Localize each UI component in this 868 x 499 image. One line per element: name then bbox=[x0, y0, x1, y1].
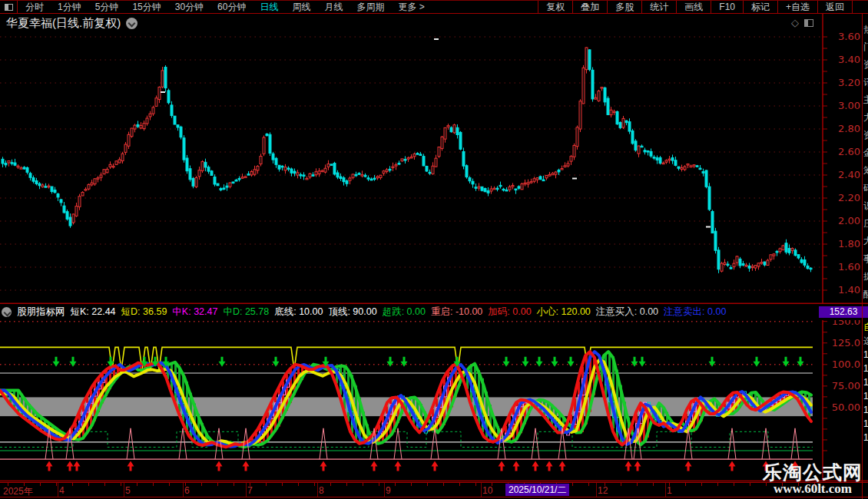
indicator-values: 短K: 22.44短D: 36.59中K: 32.47中D: 25.78底线: … bbox=[71, 306, 727, 319]
chart-corner-icons: ◇ bbox=[791, 17, 813, 28]
split-panel-icon[interactable] bbox=[804, 19, 813, 27]
sidebar-char: 事 bbox=[863, 253, 868, 266]
sidebar-char: 提 bbox=[863, 270, 868, 283]
grid-lines: 3.603.403.203.002.802.602.402.202.001.80… bbox=[0, 31, 860, 296]
indicator-header: 股朋指标网 短K: 22.44短D: 36.59中K: 32.47中D: 25.… bbox=[0, 304, 816, 320]
svg-text:2.20: 2.20 bbox=[838, 192, 860, 203]
svg-text:100.0: 100.0 bbox=[832, 359, 860, 370]
sidebar-number: 1 bbox=[863, 349, 868, 360]
sidebar-char: 选 bbox=[863, 335, 868, 348]
tab-60分钟[interactable]: 60分钟 bbox=[210, 1, 253, 14]
tab-15分钟[interactable]: 15分钟 bbox=[125, 1, 167, 14]
svg-text:2.80: 2.80 bbox=[838, 123, 860, 134]
svg-text:75.00: 75.00 bbox=[832, 380, 860, 392]
svg-text:1.40: 1.40 bbox=[838, 284, 860, 296]
svg-text:2.60: 2.60 bbox=[838, 146, 860, 157]
sidebar-char: 主 bbox=[863, 94, 868, 107]
sidebar-char: 门 bbox=[863, 41, 868, 54]
date-label: 8 bbox=[319, 485, 324, 496]
toolbar-button-F10[interactable]: F10 bbox=[711, 1, 743, 14]
sidebar-char: 庄 bbox=[863, 217, 868, 230]
toolbar-button-多股[interactable]: 多股 bbox=[607, 1, 641, 14]
tab-月线[interactable]: 月线 bbox=[317, 1, 350, 14]
sidebar-char: 金 bbox=[863, 147, 868, 160]
date-label: 7 bbox=[247, 485, 253, 496]
date-label: 12 bbox=[598, 485, 608, 496]
sidebar-char: 热 bbox=[863, 23, 868, 36]
oscillator-panel[interactable]: 150.0125.0100.075.0050.00 bbox=[0, 320, 868, 482]
svg-text:3.60: 3.60 bbox=[838, 31, 860, 42]
sidebar-number: 1 bbox=[863, 432, 868, 443]
date-label: 10 bbox=[482, 485, 492, 496]
period-tabs: 分时1分钟5分钟15分钟30分钟60分钟日线周线月线多周期更多 > bbox=[18, 1, 432, 14]
field-重启: 重启: -10.00 bbox=[431, 306, 482, 319]
svg-text:2.00: 2.00 bbox=[838, 215, 860, 226]
sidebar-char: 资 bbox=[863, 58, 868, 71]
sidebar-char: 力 bbox=[863, 111, 868, 124]
selected-date-badge: 2025/10/21/二 bbox=[505, 484, 569, 496]
field-短K: 短K: 22.44 bbox=[71, 306, 116, 319]
candles bbox=[2, 39, 812, 273]
date-label: 9 bbox=[386, 485, 391, 496]
field-小心: 小心: 120.00 bbox=[537, 306, 591, 319]
field-底线: 底线: 10.00 bbox=[274, 306, 323, 319]
sidebar-number: 1 bbox=[863, 405, 868, 415]
tab-分时[interactable]: 分时 bbox=[18, 1, 51, 14]
tab-30分钟[interactable]: 30分钟 bbox=[168, 1, 210, 14]
svg-text:1.80: 1.80 bbox=[838, 238, 860, 250]
field-超跌: 超跌: 0.00 bbox=[383, 306, 426, 319]
sidebar-char: 资 bbox=[863, 129, 868, 142]
toolbar-button-标记[interactable]: 标记 bbox=[743, 1, 777, 14]
date-label: 5 bbox=[125, 485, 131, 496]
period-toolbar: 分时1分钟5分钟15分钟30分钟60分钟日线周线月线多周期更多 > 复权叠加多股… bbox=[0, 0, 868, 14]
toolbar-button-复权[interactable]: 复权 bbox=[538, 1, 572, 14]
indicator-name[interactable]: 股朋指标网 bbox=[17, 306, 65, 319]
right-edge-strip[interactable]: 热门资讯主力资金筹码识庄大事提醒自选1111111 bbox=[862, 14, 868, 499]
date-label: 2025年 bbox=[3, 485, 33, 498]
indicator-axis-badge: 152.63 bbox=[819, 306, 868, 318]
toolbar-button-叠加[interactable]: 叠加 bbox=[572, 1, 607, 14]
tab-周线[interactable]: 周线 bbox=[285, 1, 317, 14]
sidebar-number: 1 bbox=[863, 377, 868, 388]
field-中K: 中K: 32.47 bbox=[172, 306, 217, 319]
date-label: 6 bbox=[184, 485, 190, 496]
watermark-url: www.60lt.com bbox=[763, 482, 863, 496]
tab-1分钟[interactable]: 1分钟 bbox=[51, 1, 88, 14]
svg-text:2.40: 2.40 bbox=[838, 169, 860, 180]
sidebar-number: 1 bbox=[863, 391, 868, 402]
diamond-icon[interactable]: ◇ bbox=[791, 17, 799, 28]
toolbar-button-画线[interactable]: 画线 bbox=[676, 1, 711, 14]
field-短D: 短D: 36.59 bbox=[121, 306, 167, 319]
sidebar-number: 1 bbox=[863, 363, 868, 374]
toolbar-button-统计[interactable]: 统计 bbox=[641, 1, 676, 14]
sidebar-number: 1 bbox=[863, 418, 868, 429]
watermark-cn: 乐淘公式网 bbox=[763, 462, 863, 482]
svg-text:50.00: 50.00 bbox=[832, 402, 860, 413]
date-label: 4 bbox=[59, 485, 65, 496]
sidebar-char: 筹 bbox=[863, 164, 868, 177]
svg-text:3.20: 3.20 bbox=[838, 77, 860, 88]
indicator-chevron-icon[interactable] bbox=[2, 307, 12, 317]
tab-更多 >[interactable]: 更多 > bbox=[391, 1, 431, 14]
watermark: 乐淘公式网 www.60lt.com bbox=[763, 462, 863, 496]
window-layout-button[interactable] bbox=[0, 1, 18, 14]
chevron-down-icon[interactable] bbox=[126, 18, 137, 29]
date-label: 1 bbox=[667, 485, 672, 496]
panel-toggle-icon bbox=[5, 4, 13, 11]
field-加码: 加码: 0.00 bbox=[488, 306, 531, 319]
field-注意买入: 注意买入: 0.00 bbox=[596, 306, 658, 319]
stock-title-label: 华夏幸福(日线.前复权) bbox=[6, 16, 121, 31]
svg-text:125.0: 125.0 bbox=[832, 337, 860, 349]
toolbar-button-+自选[interactable]: +自选 bbox=[777, 1, 817, 14]
tab-日线[interactable]: 日线 bbox=[253, 1, 285, 14]
trading-app-window: 分时1分钟5分钟15分钟30分钟60分钟日线周线月线多周期更多 > 复权叠加多股… bbox=[0, 0, 868, 499]
tab-多周期[interactable]: 多周期 bbox=[350, 1, 391, 14]
field-注意卖出: 注意卖出: 0.00 bbox=[664, 306, 726, 319]
sidebar-char: 讯 bbox=[863, 76, 868, 89]
svg-text:3.40: 3.40 bbox=[838, 54, 860, 65]
svg-text:150.0: 150.0 bbox=[832, 320, 860, 327]
candlestick-chart[interactable]: 3.603.403.203.002.802.602.402.202.001.80… bbox=[0, 14, 868, 304]
svg-text:3.00: 3.00 bbox=[838, 100, 860, 111]
tab-5分钟[interactable]: 5分钟 bbox=[88, 1, 126, 14]
toolbar-button-返回[interactable]: 返回 bbox=[817, 1, 852, 14]
